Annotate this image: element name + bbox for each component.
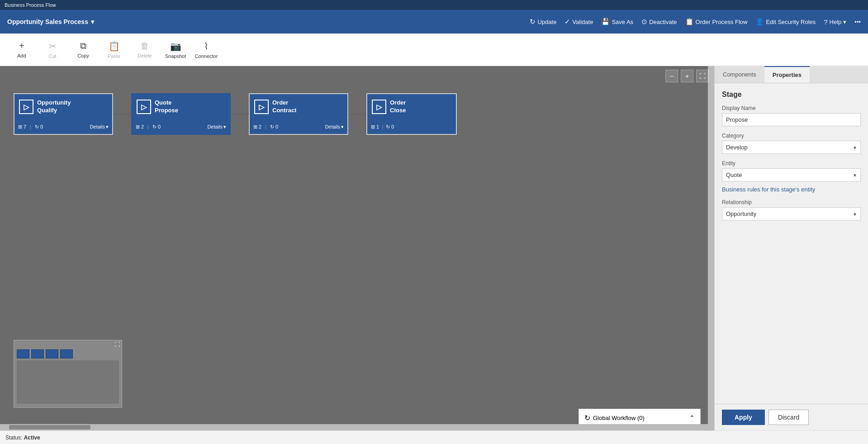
connector-label: Connector bbox=[195, 53, 218, 59]
order-flow-icon: 📋 bbox=[685, 18, 694, 26]
update-action[interactable]: ↻ Update bbox=[530, 18, 556, 26]
add-button[interactable]: + Add bbox=[7, 35, 36, 64]
conditions-count-4: 0 bbox=[391, 124, 394, 129]
details-chevron-2: ▾ bbox=[223, 124, 226, 130]
security-action[interactable]: 👤 Edit Security Roles bbox=[755, 18, 816, 26]
canvas-hscroll[interactable] bbox=[0, 424, 714, 430]
update-label: Update bbox=[537, 19, 556, 25]
security-label: Edit Security Roles bbox=[766, 19, 816, 25]
more-action[interactable]: ••• bbox=[854, 19, 861, 25]
business-rules-link[interactable]: Business rules for this stage's entity bbox=[722, 186, 861, 193]
zoom-out-button[interactable]: − bbox=[665, 70, 678, 82]
panel-content: Stage Display Name Category Qualify Deve… bbox=[715, 83, 868, 404]
stage-card-1[interactable]: ▷ OpportunityQualify ⊞ 7 | ↻ 0 Details bbox=[14, 93, 113, 135]
category-select[interactable]: Qualify Develop Propose Close bbox=[722, 141, 861, 154]
connector-button[interactable]: ⌇ Connector bbox=[192, 35, 221, 64]
minimap: ⛶ bbox=[14, 340, 122, 408]
help-icon: ? bbox=[824, 18, 827, 26]
steps-count-3: 2 bbox=[259, 124, 261, 129]
global-workflow-left: ↻ Global Workflow (0) bbox=[584, 414, 645, 422]
stage-conditions-3: ↻ 0 bbox=[270, 124, 278, 130]
tab-components[interactable]: Components bbox=[715, 66, 764, 83]
stage-icon-1: ▷ bbox=[19, 100, 33, 114]
global-workflow-collapse-icon: ⌃ bbox=[689, 414, 695, 421]
zoom-in-button[interactable]: + bbox=[681, 70, 693, 82]
help-chevron: ▾ bbox=[843, 19, 846, 25]
delete-button[interactable]: 🗑 Delete bbox=[130, 35, 159, 64]
stage-title-3: OrderContract bbox=[272, 99, 296, 115]
stage-steps-4: ⊞ 1 bbox=[371, 124, 379, 130]
nav-right: ↻ Update ✓ Validate 💾 Save As ⊙ Deactiva… bbox=[530, 18, 861, 26]
stage-header-3: ▷ OrderContract bbox=[250, 94, 347, 119]
details-label-1: Details bbox=[90, 124, 105, 129]
steps-count-2: 2 bbox=[141, 124, 144, 129]
canvas-top-bar: − + ⛶ bbox=[665, 70, 709, 82]
copy-button[interactable]: ⧉ Copy bbox=[69, 35, 98, 64]
stage-header-4: ▷ OrderClose bbox=[367, 94, 456, 119]
conditions-count-2: 0 bbox=[158, 124, 161, 129]
stage-icon-3: ▷ bbox=[254, 100, 269, 114]
deactivate-action[interactable]: ⊙ Deactivate bbox=[641, 18, 677, 26]
security-icon: 👤 bbox=[755, 18, 764, 26]
update-icon: ↻ bbox=[530, 18, 536, 26]
stage-footer-4: ⊞ 1 | ↻ 0 bbox=[367, 119, 456, 134]
stage-details-btn-3[interactable]: Details ▾ bbox=[325, 124, 344, 130]
stage-card-4[interactable]: ▷ OrderClose ⊞ 1 | ↻ 0 bbox=[366, 93, 457, 135]
relationship-select-wrapper: Opportunity Quote Order bbox=[722, 207, 861, 220]
stage-icon-4: ▷ bbox=[372, 100, 386, 114]
stage-title-4: OrderClose bbox=[390, 99, 406, 115]
entity-select[interactable]: Opportunity Quote Order bbox=[722, 168, 861, 181]
steps-count-4: 1 bbox=[376, 124, 379, 129]
snapshot-button[interactable]: 📷 Snapshot bbox=[161, 35, 190, 64]
tab-properties[interactable]: Properties bbox=[764, 66, 810, 83]
add-label: Add bbox=[17, 53, 26, 58]
title-bar: Business Process Flow bbox=[0, 0, 868, 10]
apply-button[interactable]: Apply bbox=[722, 410, 765, 425]
more-icon: ••• bbox=[854, 19, 861, 25]
conditions-icon-2: ↻ bbox=[152, 124, 157, 130]
deactivate-label: Deactivate bbox=[649, 19, 677, 25]
save-as-action[interactable]: 💾 Save As bbox=[601, 18, 633, 26]
deactivate-icon: ⊙ bbox=[641, 18, 647, 26]
stage-conditions-1: ↻ 0 bbox=[35, 124, 43, 130]
validate-icon: ✓ bbox=[564, 18, 570, 26]
mini-stage-4 bbox=[60, 349, 73, 358]
stage-card-3[interactable]: ▷ OrderContract ⊞ 2 | ↻ 0 Details ▾ bbox=[249, 93, 348, 135]
cut-button[interactable]: ✂ Cut bbox=[38, 35, 67, 64]
canvas-hscroll-thumb[interactable] bbox=[9, 425, 90, 430]
help-action[interactable]: ? Help ▾ bbox=[824, 18, 846, 26]
stage-card-2[interactable]: ▷ QuotePropose ⊞ 2 | ↻ 0 Details ▾ bbox=[131, 93, 231, 135]
relationship-select[interactable]: Opportunity Quote Order bbox=[722, 207, 861, 220]
canvas-area[interactable]: − + ⛶ ▷ OpportunityQualify ⊞ 7 bbox=[0, 66, 714, 430]
dropdown-icon[interactable]: ▾ bbox=[91, 18, 94, 25]
stage-details-btn-2[interactable]: Details ▾ bbox=[207, 124, 226, 130]
copy-icon: ⧉ bbox=[80, 41, 86, 51]
panel-tabs: Components Properties bbox=[715, 66, 868, 83]
zoom-in-icon: + bbox=[685, 72, 689, 80]
help-label: Help bbox=[830, 19, 842, 25]
conditions-count-1: 0 bbox=[40, 124, 43, 129]
stage-footer-2: ⊞ 2 | ↻ 0 Details ▾ bbox=[132, 119, 230, 134]
app-title: Business Process Flow bbox=[5, 2, 56, 8]
canvas-vscroll[interactable] bbox=[708, 66, 714, 424]
snapshot-label: Snapshot bbox=[165, 53, 186, 59]
status-value: Active bbox=[24, 434, 40, 441]
validate-action[interactable]: ✓ Validate bbox=[564, 18, 593, 26]
paste-button[interactable]: 📋 Paste bbox=[100, 35, 128, 64]
nav-left: Opportunity Sales Process ▾ bbox=[7, 18, 94, 25]
cut-icon: ✂ bbox=[49, 41, 57, 52]
minimap-inner bbox=[17, 360, 119, 404]
category-select-wrapper: Qualify Develop Propose Close bbox=[722, 141, 861, 154]
fullscreen-button[interactable]: ⛶ bbox=[696, 70, 709, 82]
display-name-input[interactable] bbox=[722, 113, 861, 126]
main-area: − + ⛶ ▷ OpportunityQualify ⊞ 7 bbox=[0, 66, 868, 430]
minimap-expand-button[interactable]: ⛶ bbox=[114, 341, 120, 348]
save-as-icon: 💾 bbox=[601, 18, 610, 26]
save-as-label: Save As bbox=[612, 19, 633, 25]
stage-footer-3: ⊞ 2 | ↻ 0 Details ▾ bbox=[250, 119, 347, 134]
stage-details-btn-1[interactable]: Details ▾ bbox=[90, 124, 109, 130]
discard-button[interactable]: Discard bbox=[768, 410, 809, 425]
order-flow-action[interactable]: 📋 Order Process Flow bbox=[685, 18, 748, 26]
stage-steps-3: ⊞ 2 bbox=[253, 124, 261, 130]
copy-label: Copy bbox=[77, 53, 89, 58]
